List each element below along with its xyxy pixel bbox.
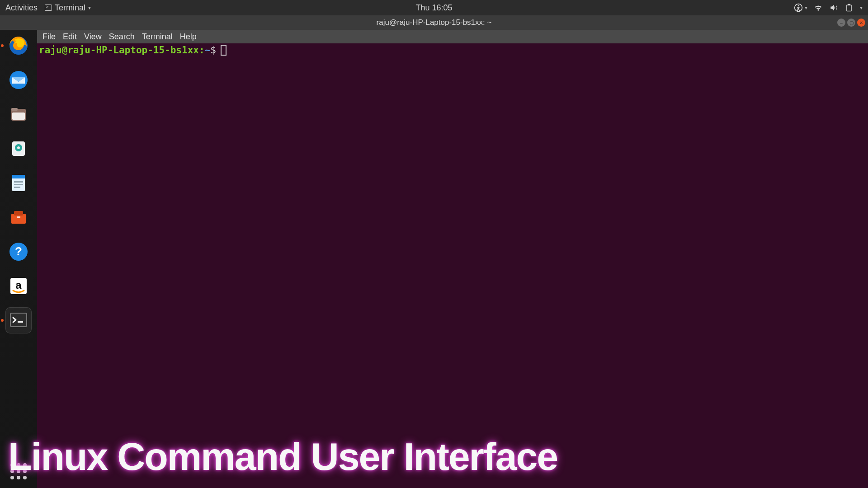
prompt-colon: : — [199, 44, 205, 56]
clock[interactable]: Thu 16:05 — [415, 3, 452, 13]
dock-writer[interactable] — [5, 170, 32, 196]
menu-edit[interactable]: Edit — [63, 32, 77, 42]
app-menu-terminal[interactable]: Terminal ▾ — [45, 3, 91, 13]
dock-firefox[interactable] — [5, 33, 32, 59]
thunderbird-icon — [8, 69, 29, 91]
menu-search[interactable]: Search — [109, 32, 135, 42]
dock-software[interactable] — [5, 204, 32, 230]
wifi-icon[interactable] — [814, 3, 823, 12]
system-menu-chevron-icon[interactable]: ▾ — [860, 5, 863, 11]
terminal-window: File Edit View Search Terminal Help raju… — [37, 30, 868, 488]
svg-rect-13 — [14, 184, 23, 185]
svg-rect-12 — [14, 181, 23, 183]
window-title: raju@raju-HP-Laptop-15-bs1xx: ~ — [377, 18, 492, 27]
grid-icon — [10, 463, 27, 479]
activities-button[interactable]: Activities — [5, 3, 38, 13]
prompt-symbol: $ — [210, 44, 216, 56]
battery-icon[interactable] — [844, 3, 854, 12]
accessibility-menu[interactable]: ▾ — [794, 3, 807, 12]
dock: ? a — [0, 30, 37, 488]
window-controls: – ▢ ✕ — [837, 19, 865, 27]
svg-rect-23 — [18, 321, 23, 323]
svg-rect-11 — [12, 175, 25, 178]
svg-text:?: ? — [15, 244, 22, 258]
svg-rect-16 — [14, 211, 23, 216]
menu-terminal[interactable]: Terminal — [142, 32, 173, 42]
menu-view[interactable]: View — [84, 32, 102, 42]
svg-rect-22 — [10, 313, 27, 327]
terminal-app-icon — [8, 310, 29, 331]
terminal-viewport[interactable]: raju@raju-HP-Laptop-15-bs1xx:~$ — [37, 43, 868, 488]
svg-rect-14 — [14, 187, 20, 188]
gnome-top-panel: Activities Terminal ▾ Thu 16:05 ▾ ▾ — [0, 0, 868, 15]
terminal-icon — [45, 5, 52, 11]
chevron-down-icon: ▾ — [805, 5, 807, 11]
show-applications-button[interactable] — [8, 461, 29, 482]
maximize-button[interactable]: ▢ — [847, 19, 855, 27]
svg-rect-5 — [11, 108, 18, 111]
prompt-line: raju@raju-HP-Laptop-15-bs1xx:~$ — [39, 44, 866, 56]
terminal-menu-bar: File Edit View Search Terminal Help — [37, 30, 868, 43]
app-menu-label: Terminal — [55, 3, 85, 13]
svg-point-1 — [798, 5, 799, 7]
prompt-user-host: raju@raju-HP-Laptop-15-bs1xx — [39, 44, 199, 56]
writer-icon — [8, 172, 29, 194]
terminal-cursor — [221, 45, 226, 56]
dock-files[interactable] — [5, 101, 32, 127]
dock-amazon[interactable]: a — [5, 273, 32, 299]
disks-icon — [8, 138, 29, 160]
svg-rect-6 — [12, 113, 25, 120]
volume-icon[interactable] — [829, 3, 838, 12]
files-icon — [8, 103, 29, 125]
accessibility-icon — [794, 3, 803, 12]
menu-help[interactable]: Help — [180, 32, 197, 42]
svg-point-9 — [17, 146, 20, 149]
prompt-path: ~ — [205, 44, 211, 56]
software-icon — [8, 206, 29, 228]
help-icon: ? — [8, 241, 29, 263]
svg-text:a: a — [15, 279, 22, 291]
dock-thunderbird[interactable] — [5, 67, 32, 93]
menu-file[interactable]: File — [42, 32, 56, 42]
dock-disks[interactable] — [5, 136, 32, 162]
window-title-bar[interactable]: raju@raju-HP-Laptop-15-bs1xx: ~ – ▢ ✕ — [0, 15, 868, 30]
chevron-down-icon: ▾ — [88, 5, 91, 11]
firefox-icon — [8, 35, 29, 56]
minimize-button[interactable]: – — [837, 19, 845, 27]
close-button[interactable]: ✕ — [857, 19, 865, 27]
amazon-icon: a — [8, 275, 29, 297]
dock-help[interactable]: ? — [5, 239, 32, 265]
dock-terminal[interactable] — [5, 307, 32, 333]
svg-rect-17 — [17, 216, 20, 218]
